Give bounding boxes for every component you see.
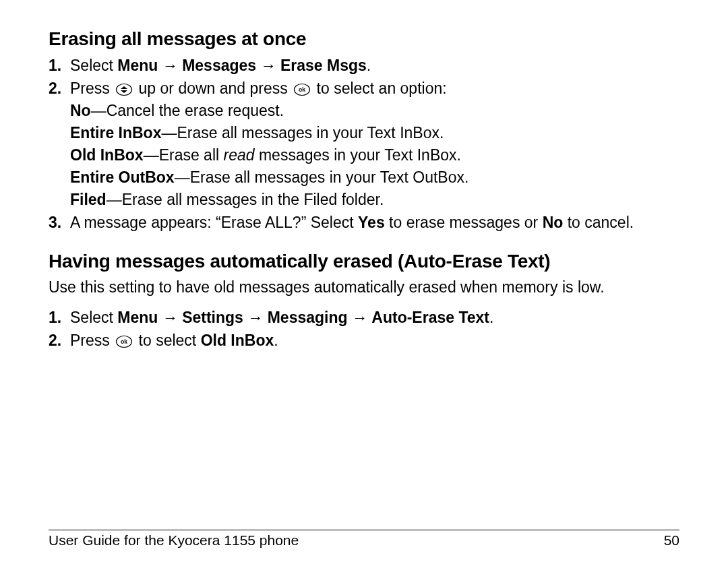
ok-icon: ok: [293, 81, 311, 94]
num: 2.: [49, 78, 61, 99]
s1-step2: 2. Press up or down and press ok to sele…: [70, 78, 679, 210]
num: 1.: [49, 55, 61, 76]
dot: .: [274, 332, 278, 349]
nav-updown-icon: [115, 81, 133, 94]
num: 1.: [49, 307, 61, 328]
num: 2.: [49, 330, 61, 351]
svg-point-0: [117, 84, 132, 96]
opt-no: No—Cancel the erase request.: [70, 100, 679, 121]
opt-filed: Filed—Erase all messages in the Filed fo…: [70, 189, 679, 210]
text: to select: [139, 332, 201, 349]
s2-step1: 1. Select Menu → Settings → Messaging → …: [70, 307, 679, 328]
page: Erasing all messages at once 1. Select M…: [0, 0, 728, 562]
no: No: [543, 214, 564, 231]
svg-text:ok: ok: [299, 86, 305, 93]
text: up or down and press: [139, 80, 293, 97]
ok-icon: ok: [115, 333, 133, 346]
text: Press: [70, 332, 114, 349]
page-number: 50: [664, 532, 679, 549]
s2-step2: 2. Press ok to select Old InBox.: [70, 330, 679, 351]
intro-text: Use this setting to have old messages au…: [49, 278, 679, 298]
heading-auto-erase: Having messages automatically erased (Au…: [49, 251, 679, 272]
text: Select: [70, 57, 117, 74]
yes: Yes: [358, 214, 385, 231]
footer-left: User Guide for the Kyocera 1155 phone: [49, 532, 299, 549]
text: to select an option:: [317, 80, 447, 97]
footer: User Guide for the Kyocera 1155 phone 50: [49, 530, 679, 549]
num: 3.: [49, 212, 61, 233]
list-section1: 1. Select Menu → Messages → Erase Msgs. …: [49, 55, 679, 233]
menu-path: Menu → Settings → Messaging → Auto-Erase…: [117, 309, 489, 326]
dot: .: [367, 57, 371, 74]
svg-text:ok: ok: [121, 338, 127, 345]
list-section2: 1. Select Menu → Settings → Messaging → …: [49, 307, 679, 351]
text: to erase messages or: [385, 214, 543, 231]
opt-entire-outbox: Entire OutBox—Erase all messages in your…: [70, 167, 679, 188]
old-inbox: Old InBox: [201, 332, 274, 349]
heading-erase-all: Erasing all messages at once: [49, 28, 679, 50]
dot: .: [489, 309, 493, 326]
opt-entire-inbox: Entire InBox—Erase all messages in your …: [70, 123, 679, 144]
text: Select: [70, 309, 117, 326]
text: Press: [70, 80, 114, 97]
text: to cancel.: [563, 214, 634, 231]
opt-old-inbox: Old InBox—Erase all read messages in you…: [70, 145, 679, 166]
section-auto-erase: Having messages automatically erased (Au…: [49, 251, 679, 351]
text: A message appears: “Erase ALL?” Select: [70, 214, 358, 231]
s1-step1: 1. Select Menu → Messages → Erase Msgs.: [70, 55, 679, 76]
menu-path: Menu → Messages → Erase Msgs: [117, 57, 366, 74]
s1-step3: 3. A message appears: “Erase ALL?” Selec…: [70, 212, 679, 233]
